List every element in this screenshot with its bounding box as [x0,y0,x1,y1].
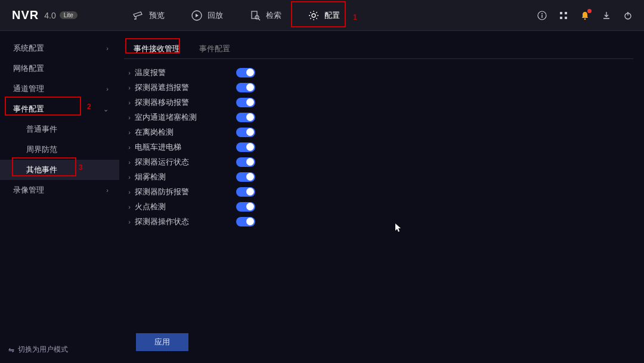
annotation-num-3: 3 [79,163,83,172]
grid-icon[interactable] [558,10,569,21]
toggle-switch[interactable] [236,217,255,227]
svg-rect-7 [541,15,542,18]
toggle-label: 电瓶车进电梯 [135,142,236,153]
notification-dot [587,9,592,13]
bell-icon[interactable] [580,10,590,21]
toggle-switch[interactable] [236,68,255,77]
sidebar-item-event[interactable]: 事件配置 ⌄ 2 [0,99,119,119]
tab-event-receive[interactable]: 事件接收管理 [124,39,190,58]
sidebar-item-label: 事件配置 [13,104,44,114]
toggle-row: ›探测器移动报警 [124,95,633,110]
toggle-switch[interactable] [236,172,255,182]
toggle-label: 探测器移动报警 [135,97,236,108]
toggle-label: 探测器运行状态 [135,157,236,167]
sidebar-item-normal-event[interactable]: 普通事件 [0,119,119,139]
sidebar-item-label: 其他事件 [26,165,57,175]
toggle-switch[interactable] [236,98,255,107]
toggle-switch[interactable] [236,113,255,122]
main-content: 事件接收管理 事件配置 ›温度报警›探测器遮挡报警›探测器移动报警›室内通道堵塞… [119,31,644,363]
playback-icon [191,10,203,21]
toggle-switch[interactable] [236,187,255,197]
sidebar-item-label: 系统配置 [13,43,44,54]
download-icon[interactable] [601,10,612,21]
toggle-list: ›温度报警›探测器遮挡报警›探测器移动报警›室内通道堵塞检测›在离岗检测›电瓶车… [124,64,633,229]
toggle-row: ›烟雾检测 [124,169,633,184]
toggle-switch[interactable] [236,157,255,167]
chevron-right-icon: › [124,203,135,210]
svg-line-3 [258,18,260,20]
toggle-row: ›火点检测 [124,199,633,214]
chevron-right-icon: › [124,69,135,76]
toggle-row: ›探测器操作状态 [124,214,633,229]
power-icon[interactable] [623,10,633,21]
svg-point-12 [584,18,586,20]
svg-rect-11 [565,17,567,19]
logo: NVR 4.0 Lite [0,8,119,22]
toggle-label: 探测器防拆报警 [135,187,236,197]
logo-brand: NVR [12,8,39,22]
topnav-label: 回放 [208,10,223,21]
chevron-right-icon: › [124,144,135,151]
sidebar-item-label: 录像管理 [13,185,44,196]
chevron-right-icon: › [124,173,135,181]
toggle-row: ›探测器遮挡报警 [124,80,633,95]
toggle-switch[interactable] [236,83,255,92]
annotation-num-2: 2 [87,103,91,111]
chevron-right-icon: › [106,45,109,52]
toggle-label: 火点检测 [135,201,236,212]
sidebar-item-perimeter[interactable]: 周界防范 [0,139,119,160]
toggle-switch[interactable] [236,142,255,152]
topnav-search[interactable]: 检索 [236,0,295,31]
tab-label: 事件配置 [199,44,230,53]
body: 系统配置 › 网络配置 通道管理 › 事件配置 ⌄ 2 普通事件 周界防范 其他… [0,31,644,363]
tab-label: 事件接收管理 [134,44,180,53]
toggle-row: ›电瓶车进电梯 [124,139,633,154]
chevron-right-icon: › [124,114,135,121]
topnav-playback[interactable]: 回放 [178,0,236,31]
info-icon[interactable] [537,10,547,21]
toggle-row: ›温度报警 [124,65,633,80]
svg-rect-9 [565,12,567,14]
toggle-row: ›探测器运行状态 [124,154,633,169]
sidebar-item-channel[interactable]: 通道管理 › [0,79,119,99]
topnav-label: 配置 [324,10,340,21]
search-doc-icon [249,10,261,21]
topbar-right [537,10,633,21]
toggle-label: 探测器遮挡报警 [135,82,236,93]
chevron-right-icon: › [106,187,109,194]
sidebar-item-record[interactable]: 录像管理 › [0,180,119,200]
toggle-row: ›室内通道堵塞检测 [124,110,633,125]
sidebar-item-label: 网络配置 [13,63,44,74]
svg-point-4 [312,14,315,17]
chevron-right-icon: › [106,85,109,92]
toggle-switch[interactable] [236,128,255,137]
toggle-label: 室内通道堵塞检测 [135,112,236,123]
toggle-label: 温度报警 [135,67,236,78]
camera-icon [132,10,144,21]
sidebar-item-other-event[interactable]: 其他事件 3 [0,160,119,180]
tab-event-config[interactable]: 事件配置 [190,39,240,58]
topnav-label: 检索 [266,10,281,21]
logo-version: 4.0 [44,11,55,20]
gear-icon [308,10,320,21]
svg-point-6 [541,13,543,14]
chevron-right-icon: › [124,99,135,106]
sidebar-item-network[interactable]: 网络配置 [0,58,119,79]
sidebar-item-label: 周界防范 [26,144,57,155]
toggle-switch[interactable] [236,202,255,212]
topnav-label: 预览 [149,10,165,21]
switch-user-mode[interactable]: ⇋ 切换为用户模式 [8,345,68,355]
switch-mode-label: 切换为用户模式 [18,345,68,355]
chevron-right-icon: › [124,159,135,166]
swap-icon: ⇋ [8,346,14,354]
topbar: NVR 4.0 Lite 预览 回放 检索 配置 [0,0,644,31]
svg-rect-1 [252,11,257,18]
sidebar-item-system[interactable]: 系统配置 › [0,38,119,58]
sidebar-item-label: 通道管理 [13,83,44,94]
toggle-label: 烟雾检测 [135,172,236,182]
topnav-preview[interactable]: 预览 [119,0,178,31]
chevron-right-icon: › [124,129,135,136]
topnav-config[interactable]: 配置 1 [295,0,353,31]
topnav: 预览 回放 检索 配置 1 [119,0,353,31]
apply-button[interactable]: 应用 [136,333,188,351]
